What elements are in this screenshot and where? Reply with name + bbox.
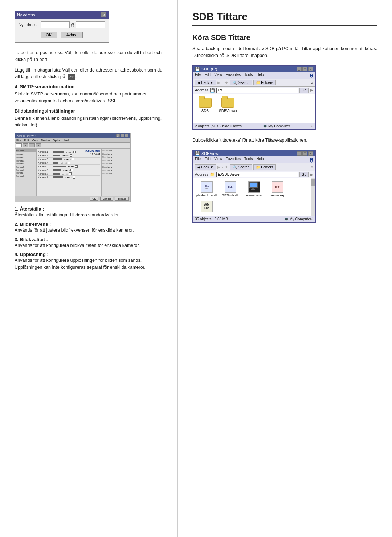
ss-titlebar: Select Viewer _ □ × [15,133,130,138]
intro-text-2: Lägg till i mottagarlista: Välj den elle… [15,67,167,81]
ss-right-panel: □ aktivera □ aktivera □ aktivera □ aktiv… [101,149,130,196]
exp2-menubar: File Edit View Favorites Tools Help Ŗ [193,156,315,163]
item-3-body: Används för att konfigurera bildkvalitet… [15,242,167,249]
right-column: SDB Tittare Köra SDB Tittare Spara backu… [178,0,392,537]
exp1-back-btn[interactable]: ◀ Back ▼ [195,80,216,85]
exp1-status-right: 💻 My Computer [263,124,290,128]
playback-dll-label: playback_sr.dll [196,194,217,197]
item-4-title: 4. Upplösning : [15,252,167,257]
item-2-body: Används för att justera bildfrekvensen f… [15,227,167,234]
item-1: 1. Återställa : Återställer alla inställ… [15,206,167,219]
exp2-maximize[interactable]: □ [302,151,307,156]
folder-icon-sdbviewer [221,98,234,108]
smtp-text: Skriv in SMTP-servernamn, kontonamn/löse… [15,91,167,105]
exp2-address-bar: Address 📁 Go ▶ [193,171,315,178]
ss-cancel-btn[interactable]: Cancel [100,197,113,201]
exp2-go-btn[interactable]: Go [299,172,309,177]
ss-menubar: File Edit View Device Option Help [15,138,130,143]
exp2-address-input[interactable] [216,172,298,177]
dialog-row: Ny adress @ [19,21,105,28]
item-4-body: Används för att konfigurera upplösningen… [15,257,167,271]
dialog-buttons: OK Avbryt [19,30,105,40]
exp2-statusbar: 35 objects 5.69 MB 💻 My Computer // [193,216,315,222]
bildsandning-heading: Bildsändningsinställningar [15,108,167,114]
item-4: 4. Upplösning : Används för att konfigur… [15,252,167,271]
ss-tab-2[interactable]: 2 [23,143,28,147]
menu2-view[interactable]: View [214,157,222,163]
exp2-folders-btn[interactable]: 📁 Folders [253,164,275,170]
menu-file[interactable]: File [195,73,201,78]
exp2-address-label: Address [195,172,208,176]
exp2-back-btn[interactable]: ◀ Back ▼ [195,164,216,170]
ss-main: SAMSUNG 11:34:04 Kamera1 ●●●●○ Kamera2 [37,149,101,196]
menu-help[interactable]: Help [256,73,264,78]
ss-tab-3[interactable]: 3 [29,143,35,147]
ss-minimize[interactable]: _ [116,134,120,137]
exp1-close[interactable]: × [308,67,313,71]
exp2-logo-icon: Ŗ [310,157,313,163]
exp2-titlebar: 💾 SDBViewer _ □ × [193,150,315,156]
exp2-search-btn[interactable]: 🔍 Search [230,164,252,170]
ss-title: Select Viewer [17,134,37,138]
exp1-go-btn[interactable]: Go [299,88,309,93]
explorer-window-2: 💾 SDBViewer _ □ × File Edit View Favorit… [192,150,316,223]
table-row: Kamera4 ●○○○○ [38,161,100,165]
menu2-tools[interactable]: Tools [244,157,253,163]
folder-icon-sdb [199,98,212,108]
dialog-email-input1[interactable] [41,21,70,28]
between-text: Dubbelklicka 'tittare.exe' för att köra … [192,137,377,144]
menu2-favorites[interactable]: Favorites [226,157,241,163]
ss-close[interactable]: × [125,134,128,137]
menu-favorites[interactable]: Favorites [226,73,241,78]
dialog-close-button[interactable]: × [101,12,106,17]
menu2-edit[interactable]: Edit [204,157,211,163]
exp1-maximize[interactable]: □ [302,67,307,71]
table-row: Kamera6 ●●●○○ [38,168,100,172]
item-1-title: 1. Återställa : [15,206,167,212]
viewer-exp-label: viewer.exp [270,194,285,197]
ss-tab-4[interactable]: 4 [36,143,41,147]
exp2-icons-grid: DLL play playback_sr.dll DLL [193,178,315,216]
exp2-status-size: 5.69 MB [215,217,228,221]
exp2-scrollbar[interactable] [311,178,315,216]
dialog-ok-button[interactable]: OK [41,32,57,38]
ss-tab-1[interactable]: 1 [16,143,22,147]
menu-view[interactable]: View [214,73,222,78]
ss-maximize[interactable]: □ [121,134,124,137]
item-2-title: 2. Bildfrekvens : [15,221,167,227]
exp1-minimize[interactable]: _ [297,67,302,71]
exp2-status-right: 💻 My Computer [284,217,311,221]
exp2-minimize[interactable]: _ [297,151,302,156]
menu-edit[interactable]: Edit [204,73,211,78]
table-row: Kamera7 ●●○○○ [38,172,100,176]
menu2-help[interactable]: Help [256,157,264,163]
exp1-icon-sdbviewer: SDBViewer [219,98,237,119]
ss-back-btn[interactable]: Tillbaka [115,197,129,201]
ss-timestamp: 11:34:04 [90,153,100,155]
menu-tools[interactable]: Tools [244,73,253,78]
menu2-file[interactable]: File [195,157,201,163]
dialog-email-input2[interactable] [76,21,105,28]
exp1-address-input[interactable] [216,88,298,93]
exp2-close[interactable]: × [308,151,313,156]
explorer-window-1: 💾 SDB (E:) _ □ × File Edit View Favorite… [192,65,316,130]
dialog-new-address: Ny adress × Ny adress @ OK Avbryt [15,11,109,43]
exp2-title-icon: 💾 [195,151,200,156]
exp1-folders-btn[interactable]: 📁 Folders [253,80,275,85]
ss-ok-btn[interactable]: OK [90,197,98,201]
svg-rect-2 [252,188,254,189]
table-row: Kamera8 ●●●●○ [38,176,100,179]
monitor-svg [249,182,259,192]
list-item: DLL play playback_sr.dll [197,181,217,197]
ss-camera-list: Kamera1 Kamera2 Kamera3 Kamera4 Kamera5 … [16,153,36,178]
exp1-menubar: File Edit View Favorites Tools Help Ŗ [193,72,315,79]
item-2: 2. Bildfrekvens : Används för att juster… [15,221,167,234]
exp1-search-btn[interactable]: 🔍 Search [230,80,252,85]
srtools-dll-icon: DLL [225,181,236,193]
exp1-icon-sdbviewer-label: SDBViewer [219,109,237,113]
settings-screenshot: Select Viewer _ □ × File Edit View Devic… [15,133,131,202]
dialog-cancel-button[interactable]: Avbryt [61,32,83,38]
srtools-dll-label: SRTools.dll [222,194,238,197]
ss-sidebar: Kameror Kamera1 Kamera2 Kamera3 Kamera4 … [15,149,37,196]
list-item: WM HK [197,201,217,213]
